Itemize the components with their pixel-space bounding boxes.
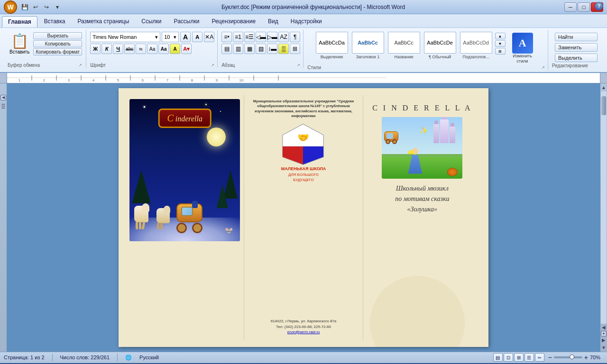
decrease-indent-button[interactable]: ◁▬ [256, 32, 266, 42]
superscript-button[interactable]: Аа [147, 44, 157, 54]
document-area: inderella [7, 83, 600, 352]
horses-carriage [132, 201, 205, 229]
svg-text:10: 10 [239, 78, 244, 82]
tab-home[interactable]: Главная [2, 16, 37, 27]
font-name-dropdown[interactable]: ▾ [155, 34, 158, 40]
show-marks-button[interactable]: ¶ [290, 32, 300, 42]
tree-right2 [217, 184, 228, 208]
styles-more[interactable]: ⊞ [495, 48, 506, 55]
borders-button[interactable]: ⊞ [290, 44, 300, 54]
tab-view[interactable]: Вид [262, 16, 284, 27]
clear-formatting-button[interactable]: ✕A [204, 32, 214, 42]
prev-page-button[interactable]: ◀ [602, 325, 606, 330]
para-expand-icon[interactable]: ↗ [297, 63, 300, 67]
align-right-button[interactable]: ▦ [244, 44, 255, 54]
office-button[interactable]: W [4, 0, 17, 14]
scroll-down-button[interactable]: ▼ [600, 344, 607, 352]
underline-button[interactable]: Ч [113, 44, 123, 54]
line-spacing-button[interactable]: ↕▬ [267, 44, 277, 54]
next-page-button[interactable]: ▶ [602, 337, 606, 343]
select-browse-button[interactable]: ● [601, 331, 607, 337]
logo-svg: 🤝 [281, 123, 326, 165]
help-button[interactable]: ? [595, 2, 603, 10]
styles-group: AaBbCcDa Выделение AaBbCc Заголовок 1 [304, 30, 548, 70]
styles-scroll-up[interactable]: ▲ [495, 33, 506, 39]
font-size-selector[interactable]: 10 ▾ [162, 32, 179, 42]
clipboard-expand-icon[interactable]: ↗ [79, 63, 82, 67]
scroll-up-button[interactable]: ▲ [600, 83, 607, 91]
address-block: 614022, г.Пермь, ул. Карпинского 87а Тел… [248, 315, 359, 336]
customize-button[interactable]: ▾ [53, 2, 62, 12]
italic-button[interactable]: К [101, 44, 112, 54]
tab-layout[interactable]: Разметка страницы [72, 16, 135, 27]
scrollbar-track[interactable] [601, 91, 607, 324]
maximize-button[interactable]: □ [578, 2, 590, 12]
fullscreen-button[interactable]: ⊡ [504, 353, 513, 362]
print-layout-button[interactable]: ▤ [493, 353, 503, 362]
decrease-font-button[interactable]: A [192, 32, 202, 42]
select-button[interactable]: Выделить [555, 54, 598, 62]
tab-insert[interactable]: Вставка [38, 16, 71, 27]
style-normal-label: ¶ Обычный [429, 55, 451, 59]
undo-button[interactable]: ↩ [31, 2, 40, 12]
font-label: Шрифт [90, 63, 106, 68]
scrollbar-thumb[interactable] [601, 96, 606, 115]
font-name-selector[interactable]: Times New Roman ▾ [90, 32, 160, 42]
svg-text:2: 2 [43, 78, 46, 82]
increase-indent-button[interactable]: ▷▬ [267, 32, 277, 42]
draft-button[interactable]: ═ [535, 353, 544, 362]
justify-button[interactable]: ▧ [256, 44, 266, 54]
find-button[interactable]: Найти [555, 33, 598, 41]
multilevel-list-button[interactable]: ≡☰ [244, 32, 255, 42]
styles-expand-icon[interactable]: ↗ [542, 65, 545, 70]
zoom-slider-thumb[interactable] [570, 355, 574, 359]
save-button[interactable]: 💾 [20, 2, 29, 12]
zoom-value: 70% [590, 355, 603, 360]
editing-group-inner: Найти Заменить Выделить [552, 32, 600, 63]
outline-button[interactable]: ☰ [524, 353, 534, 362]
styles-scroll-down[interactable]: ▼ [495, 40, 506, 47]
email-link[interactable]: econ@perm.raid.ru [250, 330, 357, 334]
highlight-button[interactable]: А [170, 44, 180, 54]
bold-button[interactable]: Ж [90, 44, 101, 54]
para-row-2: ▤ ▥ ▦ ▧ ↕▬ ▒ ⊞ [221, 44, 300, 54]
align-center-button[interactable]: ▥ [233, 44, 243, 54]
paste-button[interactable]: 📋 Вставить [8, 32, 31, 55]
tab-addins[interactable]: Надстройки [285, 16, 328, 27]
zoom-out-button[interactable]: − [548, 354, 552, 361]
copy-button[interactable]: Копировать [33, 40, 82, 47]
font-size-dropdown[interactable]: ▾ [174, 34, 176, 40]
redo-button[interactable]: ↪ [42, 2, 51, 12]
clipboard-label-bar: Буфер обмена ↗ [8, 63, 82, 68]
font-expand-icon[interactable]: ↗ [211, 63, 214, 67]
style-title-button[interactable]: AaBbCc Название [387, 32, 421, 59]
cinderella-title-badge: inderella [158, 109, 212, 128]
cut-button[interactable]: Вырезать [33, 32, 82, 39]
change-styles-button[interactable]: A Изменить стили [507, 32, 538, 65]
style-heading1-button[interactable]: AaBbCc Заголовок 1 [351, 32, 385, 59]
align-left-button[interactable]: ▤ [221, 44, 232, 54]
browse-arrows-button[interactable]: ◀ [0, 95, 6, 100]
subscript-button[interactable]: x₂ [136, 44, 146, 54]
style-subtitle-button[interactable]: AaBbCcDd Подзаголов... [459, 32, 493, 59]
bullet-list-button[interactable]: ≡• [221, 32, 232, 42]
tab-review[interactable]: Рецензирование [206, 16, 261, 27]
shading-button[interactable]: ▒ [278, 44, 289, 54]
minimize-button[interactable]: ─ [564, 2, 577, 12]
replace-button[interactable]: Заменить [555, 43, 598, 52]
style-highlight-button[interactable]: AaBbCcDa Выделение [315, 32, 349, 59]
text-effects-button[interactable]: Аа [158, 44, 169, 54]
web-layout-button[interactable]: ⊞ [514, 353, 524, 362]
paste-icon: 📋 [11, 33, 28, 49]
sort-button[interactable]: AZ [278, 32, 289, 42]
zoom-slider-track[interactable] [554, 356, 582, 358]
format-painter-button[interactable]: Копировать формат [33, 48, 82, 55]
style-normal-button[interactable]: AaBbCcDe ¶ Обычный [423, 32, 457, 59]
zoom-in-button[interactable]: + [584, 354, 588, 361]
strikethrough-button[interactable]: abc [124, 44, 135, 54]
tab-references[interactable]: Ссылки [136, 16, 167, 27]
increase-font-button[interactable]: A [180, 32, 191, 42]
font-color-button[interactable]: А▾ [181, 44, 192, 54]
tab-mailings[interactable]: Рассылки [168, 16, 205, 27]
numbered-list-button[interactable]: ≡1 [233, 32, 243, 42]
